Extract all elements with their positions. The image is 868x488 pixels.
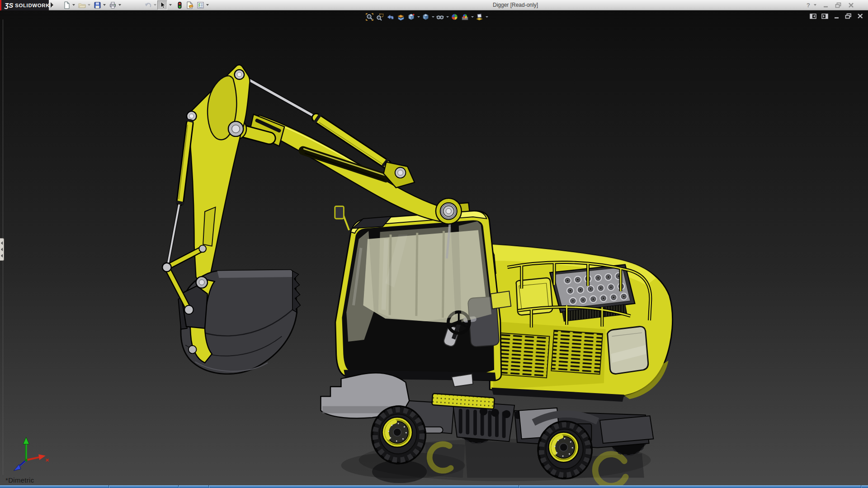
logo-red-stripe	[0, 0, 1, 10]
restore-icon	[835, 2, 841, 8]
graphics-area[interactable]: *Dimetric	[0, 10, 868, 485]
body-hull[interactable]	[490, 244, 672, 402]
section-view-button[interactable]	[396, 12, 406, 22]
previous-view-button[interactable]	[385, 12, 396, 22]
select-button[interactable]	[157, 0, 167, 10]
display-style-dropdown[interactable]	[431, 12, 435, 22]
cab[interactable]	[335, 206, 511, 387]
title-bar: ƷS SOLIDWORKS	[0, 0, 868, 10]
toggle-right-pane-icon	[821, 14, 828, 19]
toggle-left-pane-icon	[810, 14, 816, 19]
taskbar-edge	[0, 485, 868, 488]
open-dropdown[interactable]	[88, 4, 90, 6]
new-document-icon	[63, 1, 71, 9]
front-wheel[interactable]	[372, 406, 425, 464]
open-button[interactable]	[77, 0, 87, 10]
window-title: Digger [Read-only]	[461, 0, 570, 10]
view-orientation-dropdown[interactable]	[416, 12, 420, 22]
new-document-button[interactable]	[61, 0, 71, 10]
view-settings-dropdown[interactable]	[485, 12, 489, 22]
new-document-dropdown[interactable]	[72, 4, 75, 6]
solidworks-window: ƷS SOLIDWORKS	[0, 0, 868, 488]
feature-manager-collapsed-tab[interactable]	[0, 238, 4, 261]
edit-appearance-button[interactable]	[449, 12, 460, 22]
zoom-to-area-icon	[376, 13, 384, 21]
rebuild-traffic-light-icon	[176, 1, 184, 9]
close-icon	[848, 2, 854, 8]
previous-view-icon	[387, 13, 394, 21]
display-style-icon	[422, 13, 429, 21]
reference-triad	[14, 437, 48, 470]
document-close-icon	[857, 13, 863, 19]
save-dropdown[interactable]	[103, 4, 106, 6]
taskbar-separator	[208, 485, 209, 488]
rear-body-window	[608, 327, 648, 374]
rear-wheel[interactable]	[538, 421, 592, 479]
edit-appearance-icon	[451, 13, 458, 21]
help-dropdown[interactable]	[814, 4, 816, 6]
taskbar-separator	[178, 485, 179, 488]
restore-button[interactable]	[833, 1, 844, 9]
stick-cylinder[interactable]	[168, 120, 193, 266]
toggle-right-pane-button[interactable]	[821, 13, 829, 19]
undo-dropdown[interactable]	[154, 4, 156, 6]
document-restore-icon	[845, 13, 852, 19]
toggle-left-pane-button[interactable]	[809, 13, 817, 19]
zoom-to-fit-icon	[366, 13, 373, 21]
select-cursor-icon	[159, 1, 166, 9]
help-button[interactable]: ?	[803, 1, 814, 9]
taskbar-separator	[519, 485, 519, 488]
display-style-button[interactable]	[420, 12, 431, 22]
boom-pivot[interactable]	[436, 198, 462, 224]
hide-show-glasses-icon	[436, 13, 444, 21]
minimize-icon	[823, 2, 829, 8]
apply-scene-button[interactable]	[460, 12, 470, 22]
save-button[interactable]	[92, 0, 102, 10]
mirror	[335, 206, 349, 230]
hide-show-items-button[interactable]	[435, 12, 445, 22]
document-window-controls	[809, 13, 864, 19]
print-button[interactable]	[108, 0, 118, 10]
document-minimize-button[interactable]	[832, 13, 841, 19]
solidworks-logo: ƷS SOLIDWORKS	[0, 0, 49, 10]
document-minimize-icon	[834, 14, 840, 19]
minimize-button[interactable]	[820, 1, 831, 9]
undo-icon	[144, 1, 152, 9]
select-dropdown[interactable]	[169, 4, 172, 6]
document-close-button[interactable]	[856, 13, 864, 19]
zoom-to-area-button[interactable]	[375, 12, 385, 22]
headsup-view-toolbar	[364, 12, 489, 22]
apply-scene-dropdown[interactable]	[470, 12, 474, 22]
file-properties-icon	[186, 1, 193, 9]
undo-button[interactable]	[143, 0, 153, 10]
open-icon	[78, 1, 86, 9]
bucket-teeth	[292, 271, 301, 312]
logo-flyout-arrow-icon[interactable]	[51, 2, 53, 8]
document-restore-button[interactable]	[844, 13, 853, 19]
options-button[interactable]	[195, 0, 205, 10]
print-icon	[109, 1, 117, 9]
brand-name: SOLIDWORKS	[15, 3, 53, 8]
options-dropdown[interactable]	[206, 4, 209, 6]
print-dropdown[interactable]	[118, 4, 121, 6]
view-settings-icon	[476, 13, 483, 21]
rebuild-button[interactable]	[175, 0, 184, 10]
y-axis-arrow	[23, 437, 29, 444]
x-axis-arrow	[38, 454, 46, 460]
zoom-to-fit-button[interactable]	[364, 12, 375, 22]
apply-scene-icon	[461, 13, 469, 21]
close-button[interactable]	[845, 1, 856, 9]
section-view-icon	[397, 13, 405, 21]
view-settings-button[interactable]	[474, 12, 485, 22]
help-icon: ?	[807, 2, 810, 9]
view-orientation-button[interactable]	[406, 12, 416, 22]
collapse-arrows-icon	[0, 239, 4, 260]
excavator-model[interactable]	[0, 10, 868, 485]
dassault-3ds-icon: ƷS	[5, 1, 13, 9]
save-icon	[94, 1, 101, 9]
view-orientation-icon	[407, 13, 415, 21]
taskbar-separator	[108, 485, 109, 488]
options-icon	[197, 1, 204, 9]
file-properties-button[interactable]	[184, 0, 194, 10]
hide-show-items-dropdown[interactable]	[445, 12, 449, 22]
